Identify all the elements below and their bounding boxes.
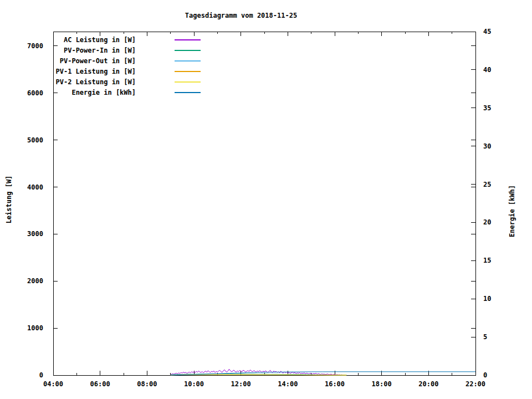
y1-tick-label: 0 bbox=[39, 371, 43, 379]
x-tick-label: 08:00 bbox=[137, 380, 157, 388]
legend-line-swatch bbox=[175, 39, 201, 40]
y1-tick-label: 1000 bbox=[27, 324, 43, 332]
legend-item-energie: Energie in [kWh] bbox=[0, 88, 201, 98]
legend-label: AC Leistung in [W] bbox=[0, 35, 136, 45]
legend-item-pv-power-out: PV-Power-Out in [W] bbox=[0, 56, 201, 66]
legend-label: PV-1 Leistung in [W] bbox=[0, 66, 136, 77]
legend-item-pv2-leistung: PV-2 Leistung in [W] bbox=[0, 77, 201, 88]
y1-tick-label: 5000 bbox=[27, 136, 43, 144]
x-tick-label: 22:00 bbox=[466, 380, 485, 388]
legend-item-pv1-leistung: PV-1 Leistung in [W] bbox=[0, 66, 201, 77]
y2-tick-label: 35 bbox=[483, 104, 491, 112]
y2-tick-label: 25 bbox=[483, 181, 491, 188]
y2-tick-label: 5 bbox=[483, 333, 487, 341]
legend-label: PV-2 Leistung in [W] bbox=[0, 77, 136, 88]
legend-line-swatch bbox=[175, 92, 201, 93]
x-tick-label: 14:00 bbox=[278, 380, 298, 388]
legend-label: PV-Power-In in [W] bbox=[0, 45, 136, 56]
x-tick-label: 20:00 bbox=[418, 380, 438, 388]
x-tick-label: 04:00 bbox=[43, 380, 63, 388]
y2-tick-label: 30 bbox=[483, 142, 491, 150]
legend: AC Leistung in [W] PV-Power-In in [W] PV… bbox=[0, 35, 201, 98]
legend-label: Energie in [kWh] bbox=[0, 88, 136, 98]
y1-tick-label: 2000 bbox=[27, 277, 43, 285]
legend-item-ac-leistung: AC Leistung in [W] bbox=[0, 35, 201, 45]
y2-tick-label: 45 bbox=[483, 28, 491, 35]
y1-tick-label: 3000 bbox=[27, 230, 43, 238]
legend-line-swatch bbox=[175, 71, 201, 72]
x-tick-label: 06:00 bbox=[90, 380, 110, 388]
legend-label: PV-Power-Out in [W] bbox=[0, 56, 136, 66]
legend-line-swatch bbox=[175, 50, 201, 51]
y2-tick-label: 0 bbox=[483, 371, 487, 379]
x-tick-label: 10:00 bbox=[184, 380, 204, 388]
y2-tick-label: 15 bbox=[483, 257, 491, 264]
y1-tick-label: 4000 bbox=[27, 183, 43, 191]
x-tick-label: 18:00 bbox=[372, 380, 392, 388]
legend-line-swatch bbox=[175, 81, 201, 83]
x-tick-label: 12:00 bbox=[231, 380, 251, 388]
x-tick-label: 16:00 bbox=[325, 380, 345, 388]
y2-tick-label: 20 bbox=[483, 218, 491, 226]
legend-line-swatch bbox=[175, 60, 201, 62]
legend-item-pv-power-in: PV-Power-In in [W] bbox=[0, 45, 201, 56]
y2-tick-label: 10 bbox=[483, 295, 491, 303]
y2-tick-label: 40 bbox=[483, 66, 491, 74]
